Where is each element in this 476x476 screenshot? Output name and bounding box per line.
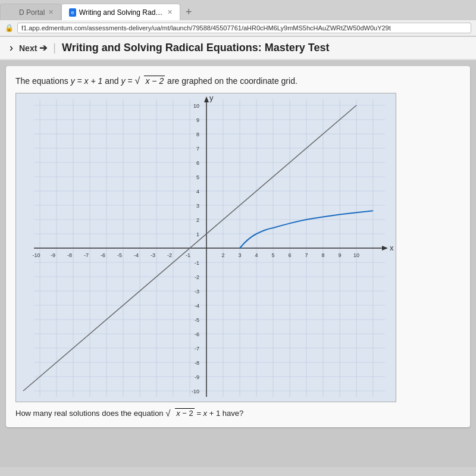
- main-content: The equations y = x + 1 and y = x − 2 √ …: [0, 60, 476, 467]
- eq2-text: y = x − 2 √: [121, 76, 167, 86]
- x-tick--9: -9: [51, 252, 55, 258]
- page-title: Writing and Solving Radical Equations: M…: [62, 42, 329, 54]
- y-tick-1: 1: [196, 231, 199, 237]
- next-label: Next: [19, 43, 37, 53]
- y-tick--3: -3: [195, 289, 199, 295]
- y-tick--6: -6: [195, 331, 199, 337]
- y-tick-3: 3: [196, 203, 199, 209]
- tab-portal-label: D Portal: [19, 8, 45, 17]
- new-tab-button[interactable]: +: [180, 4, 197, 20]
- y-tick-8: 8: [196, 131, 199, 137]
- y-tick--1: -1: [195, 260, 199, 266]
- close-edmentum-icon[interactable]: ✕: [167, 8, 173, 16]
- x-tick--10: -10: [32, 252, 40, 258]
- y-tick-10: 10: [193, 103, 199, 109]
- graph-container: // Will draw in inline SVG below: [15, 93, 461, 402]
- x-tick-2: 2: [221, 252, 224, 258]
- x-tick--2: -2: [167, 252, 172, 258]
- y-tick--7: -7: [195, 346, 199, 352]
- toolbar: › Next ➔ | Writing and Solving Radical E…: [0, 37, 476, 60]
- question-card: The equations y = x + 1 and y = x − 2 √ …: [6, 66, 470, 427]
- address-bar[interactable]: f1.app.edmentum.com/assessments-delivery…: [17, 23, 471, 33]
- x-tick--4: -4: [134, 252, 139, 258]
- x-tick-9: 9: [338, 252, 341, 258]
- x-tick-7: 7: [305, 252, 308, 258]
- y-tick--9: -9: [195, 374, 199, 380]
- y-axis-label: y: [209, 93, 214, 102]
- y-tick--10: -10: [192, 389, 199, 394]
- y-tick-2: 2: [196, 217, 199, 223]
- x-tick-5: 5: [271, 252, 274, 258]
- close-portal-icon[interactable]: ✕: [48, 8, 54, 16]
- next-arrow-icon: ➔: [39, 42, 47, 54]
- y-tick--2: -2: [195, 274, 199, 280]
- sidebar-toggle-icon[interactable]: ›: [10, 42, 13, 54]
- x-tick--1: -1: [186, 252, 190, 258]
- x-tick-3: 3: [238, 252, 241, 258]
- tab-portal[interactable]: D Portal ✕: [0, 4, 61, 20]
- intro-text: The equations: [15, 76, 68, 86]
- y-tick-7: 7: [196, 146, 199, 152]
- y-tick-6: 6: [196, 160, 199, 166]
- next-button[interactable]: Next ➔: [19, 42, 47, 54]
- y-tick--4: -4: [195, 303, 199, 309]
- y-tick--5: -5: [195, 317, 199, 323]
- bottom-question: How many real solutions does the equatio…: [15, 408, 461, 418]
- x-tick-10: 10: [353, 252, 359, 258]
- tab-edmentum[interactable]: e Writing and Solving Radical Equ. ✕: [61, 4, 180, 20]
- coordinate-graph: // Will draw in inline SVG below: [15, 93, 396, 402]
- x-tick-6: 6: [288, 252, 291, 258]
- and-text: and: [105, 76, 118, 86]
- lock-icon: 🔒: [5, 24, 14, 32]
- x-tick-4: 4: [255, 252, 258, 258]
- x-tick--3: -3: [151, 252, 155, 258]
- y-tick-4: 4: [196, 189, 199, 195]
- eq1-text: y = x + 1: [71, 76, 105, 86]
- x-tick--5: -5: [117, 252, 122, 258]
- x-tick--7: -7: [84, 252, 89, 258]
- tab-edmentum-label: Writing and Solving Radical Equ.: [79, 8, 164, 17]
- portal-favicon: [8, 8, 16, 17]
- x-tick-8: 8: [321, 252, 324, 258]
- y-tick--8: -8: [195, 360, 199, 366]
- y-tick-9: 9: [196, 117, 199, 123]
- x-axis-label: x: [390, 243, 394, 252]
- outro-text: are graphed on the coordinate grid.: [167, 76, 298, 86]
- x-tick--6: -6: [101, 252, 105, 258]
- x-tick--8: -8: [67, 252, 72, 258]
- bottom-question-text: How many real solutions does the equatio…: [15, 409, 243, 418]
- divider: |: [53, 42, 56, 54]
- y-tick-5: 5: [196, 174, 199, 180]
- edmentum-favicon: e: [69, 8, 76, 17]
- question-intro: The equations y = x + 1 and y = x − 2 √ …: [15, 76, 461, 86]
